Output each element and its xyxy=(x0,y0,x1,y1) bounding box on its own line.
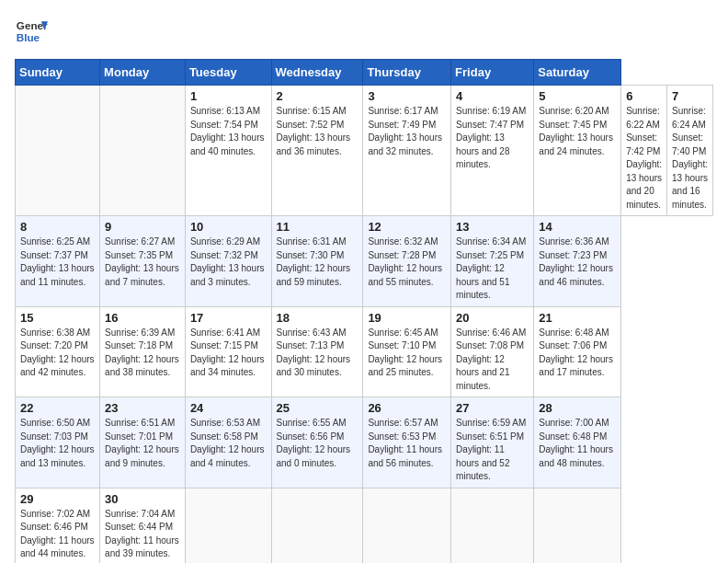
calendar-cell: 8Sunrise: 6:25 AMSunset: 7:37 PMDaylight… xyxy=(16,216,100,307)
calendar-cell: 4Sunrise: 6:19 AMSunset: 7:47 PMDaylight… xyxy=(451,86,534,216)
calendar-cell: 11Sunrise: 6:31 AMSunset: 7:30 PMDayligh… xyxy=(271,216,363,307)
day-info: Sunrise: 6:19 AMSunset: 7:47 PMDaylight:… xyxy=(456,105,529,172)
day-info: Sunrise: 6:46 AMSunset: 7:08 PMDaylight:… xyxy=(456,327,529,394)
day-info: Sunrise: 6:48 AMSunset: 7:06 PMDaylight:… xyxy=(539,327,616,380)
calendar-cell: 17Sunrise: 6:41 AMSunset: 7:15 PMDayligh… xyxy=(185,306,271,397)
calendar-cell: 1Sunrise: 6:13 AMSunset: 7:54 PMDaylight… xyxy=(185,86,271,216)
day-number: 14 xyxy=(539,220,616,234)
weekday-header-sunday: Sunday xyxy=(16,60,100,86)
calendar-cell: 5Sunrise: 6:20 AMSunset: 7:45 PMDaylight… xyxy=(534,86,621,216)
day-info: Sunrise: 6:25 AMSunset: 7:37 PMDaylight:… xyxy=(20,236,95,289)
day-info: Sunrise: 6:53 AMSunset: 6:58 PMDaylight:… xyxy=(190,417,267,470)
day-info: Sunrise: 6:51 AMSunset: 7:01 PMDaylight:… xyxy=(105,417,180,470)
header: General Blue xyxy=(15,15,713,48)
calendar-cell: 18Sunrise: 6:43 AMSunset: 7:13 PMDayligh… xyxy=(271,306,363,397)
logo-icon: General Blue xyxy=(15,15,48,48)
day-info: Sunrise: 6:15 AMSunset: 7:52 PMDaylight:… xyxy=(277,105,358,158)
calendar-cell xyxy=(185,488,271,563)
weekday-header-saturday: Saturday xyxy=(534,60,621,86)
day-number: 27 xyxy=(456,401,529,415)
calendar-cell: 6Sunrise: 6:22 AMSunset: 7:42 PMDaylight… xyxy=(621,86,667,216)
day-info: Sunrise: 6:36 AMSunset: 7:23 PMDaylight:… xyxy=(539,236,616,289)
calendar-cell: 20Sunrise: 6:46 AMSunset: 7:08 PMDayligh… xyxy=(451,306,534,397)
day-info: Sunrise: 7:02 AMSunset: 6:46 PMDaylight:… xyxy=(20,508,95,561)
weekday-header-monday: Monday xyxy=(100,60,186,86)
day-info: Sunrise: 6:38 AMSunset: 7:20 PMDaylight:… xyxy=(20,327,95,380)
day-info: Sunrise: 7:00 AMSunset: 6:48 PMDaylight:… xyxy=(539,417,616,470)
calendar-cell: 2Sunrise: 6:15 AMSunset: 7:52 PMDaylight… xyxy=(271,86,363,216)
day-info: Sunrise: 6:22 AMSunset: 7:42 PMDaylight:… xyxy=(626,105,662,212)
calendar-cell: 7Sunrise: 6:24 AMSunset: 7:40 PMDaylight… xyxy=(667,86,713,216)
calendar-cell: 22Sunrise: 6:50 AMSunset: 7:03 PMDayligh… xyxy=(16,397,100,488)
day-info: Sunrise: 6:59 AMSunset: 6:51 PMDaylight:… xyxy=(456,417,529,484)
day-number: 21 xyxy=(539,311,616,325)
day-number: 1 xyxy=(190,89,267,103)
calendar-cell: 12Sunrise: 6:32 AMSunset: 7:28 PMDayligh… xyxy=(363,216,451,307)
weekday-header-friday: Friday xyxy=(451,60,534,86)
calendar-cell: 19Sunrise: 6:45 AMSunset: 7:10 PMDayligh… xyxy=(363,306,451,397)
calendar-cell: 29Sunrise: 7:02 AMSunset: 6:46 PMDayligh… xyxy=(16,488,100,563)
calendar-cell: 16Sunrise: 6:39 AMSunset: 7:18 PMDayligh… xyxy=(100,306,186,397)
day-info: Sunrise: 6:32 AMSunset: 7:28 PMDaylight:… xyxy=(368,236,446,289)
calendar-cell xyxy=(16,86,100,216)
calendar-cell xyxy=(363,488,451,563)
day-number: 11 xyxy=(277,220,358,234)
calendar-cell: 30Sunrise: 7:04 AMSunset: 6:44 PMDayligh… xyxy=(100,488,186,563)
calendar-cell: 3Sunrise: 6:17 AMSunset: 7:49 PMDaylight… xyxy=(363,86,451,216)
day-number: 4 xyxy=(456,89,529,103)
day-info: Sunrise: 6:50 AMSunset: 7:03 PMDaylight:… xyxy=(20,417,95,470)
day-number: 6 xyxy=(626,89,662,103)
calendar-cell: 28Sunrise: 7:00 AMSunset: 6:48 PMDayligh… xyxy=(534,397,621,488)
weekday-header-wednesday: Wednesday xyxy=(271,60,363,86)
day-info: Sunrise: 6:45 AMSunset: 7:10 PMDaylight:… xyxy=(368,327,446,380)
day-number: 20 xyxy=(456,311,529,325)
day-number: 24 xyxy=(190,401,267,415)
calendar-cell: 26Sunrise: 6:57 AMSunset: 6:53 PMDayligh… xyxy=(363,397,451,488)
day-number: 15 xyxy=(20,311,95,325)
day-info: Sunrise: 6:41 AMSunset: 7:15 PMDaylight:… xyxy=(190,327,267,380)
day-number: 8 xyxy=(20,220,95,234)
day-number: 2 xyxy=(277,89,358,103)
calendar-table: SundayMondayTuesdayWednesdayThursdayFrid… xyxy=(15,59,713,563)
day-number: 19 xyxy=(368,311,446,325)
day-number: 16 xyxy=(105,311,180,325)
day-number: 28 xyxy=(539,401,616,415)
calendar-cell: 14Sunrise: 6:36 AMSunset: 7:23 PMDayligh… xyxy=(534,216,621,307)
day-info: Sunrise: 7:04 AMSunset: 6:44 PMDaylight:… xyxy=(105,508,180,561)
calendar-cell: 27Sunrise: 6:59 AMSunset: 6:51 PMDayligh… xyxy=(451,397,534,488)
calendar-cell xyxy=(100,86,186,216)
calendar-cell: 24Sunrise: 6:53 AMSunset: 6:58 PMDayligh… xyxy=(185,397,271,488)
day-number: 30 xyxy=(105,492,180,506)
day-info: Sunrise: 6:57 AMSunset: 6:53 PMDaylight:… xyxy=(368,417,446,470)
calendar-cell: 13Sunrise: 6:34 AMSunset: 7:25 PMDayligh… xyxy=(451,216,534,307)
day-info: Sunrise: 6:17 AMSunset: 7:49 PMDaylight:… xyxy=(368,105,446,158)
day-info: Sunrise: 6:34 AMSunset: 7:25 PMDaylight:… xyxy=(456,236,529,303)
day-info: Sunrise: 6:43 AMSunset: 7:13 PMDaylight:… xyxy=(277,327,358,380)
day-number: 3 xyxy=(368,89,446,103)
calendar-cell: 9Sunrise: 6:27 AMSunset: 7:35 PMDaylight… xyxy=(100,216,186,307)
day-info: Sunrise: 6:24 AMSunset: 7:40 PMDaylight:… xyxy=(672,105,708,212)
calendar-cell: 23Sunrise: 6:51 AMSunset: 7:01 PMDayligh… xyxy=(100,397,186,488)
day-number: 9 xyxy=(105,220,180,234)
day-info: Sunrise: 6:27 AMSunset: 7:35 PMDaylight:… xyxy=(105,236,180,289)
logo: General Blue xyxy=(15,15,48,48)
day-number: 26 xyxy=(368,401,446,415)
day-info: Sunrise: 6:13 AMSunset: 7:54 PMDaylight:… xyxy=(190,105,267,158)
day-number: 25 xyxy=(277,401,358,415)
day-number: 13 xyxy=(456,220,529,234)
day-number: 18 xyxy=(277,311,358,325)
day-info: Sunrise: 6:39 AMSunset: 7:18 PMDaylight:… xyxy=(105,327,180,380)
weekday-header-tuesday: Tuesday xyxy=(185,60,271,86)
day-number: 23 xyxy=(105,401,180,415)
day-info: Sunrise: 6:31 AMSunset: 7:30 PMDaylight:… xyxy=(277,236,358,289)
calendar-cell: 10Sunrise: 6:29 AMSunset: 7:32 PMDayligh… xyxy=(185,216,271,307)
day-number: 7 xyxy=(672,89,708,103)
svg-text:Blue: Blue xyxy=(17,31,40,43)
day-info: Sunrise: 6:29 AMSunset: 7:32 PMDaylight:… xyxy=(190,236,267,289)
calendar-cell xyxy=(271,488,363,563)
weekday-header-thursday: Thursday xyxy=(363,60,451,86)
day-number: 29 xyxy=(20,492,95,506)
calendar-cell: 25Sunrise: 6:55 AMSunset: 6:56 PMDayligh… xyxy=(271,397,363,488)
calendar-cell xyxy=(451,488,534,563)
calendar-cell xyxy=(534,488,621,563)
